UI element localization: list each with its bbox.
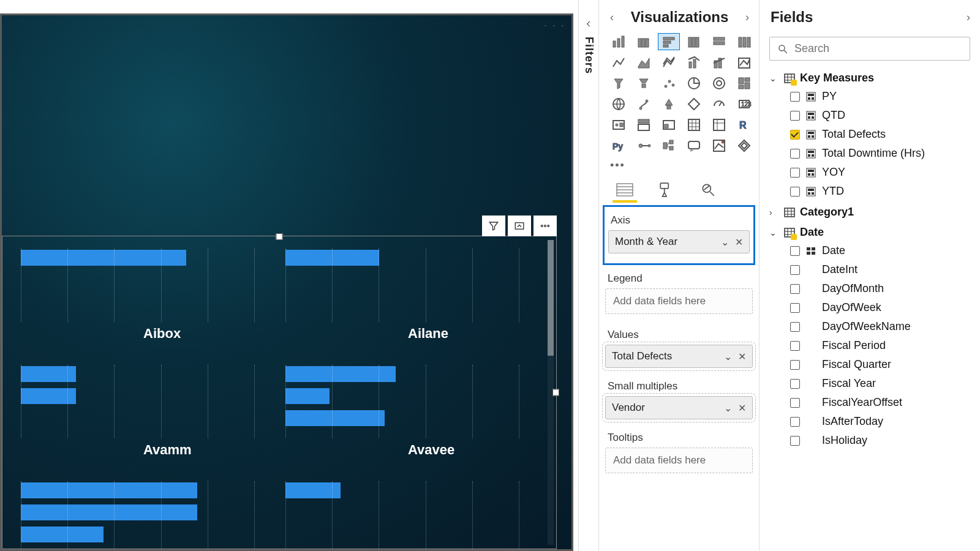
tooltips-drop-target[interactable]: Add data fields here	[605, 448, 753, 473]
expand-filters-icon[interactable]	[584, 20, 593, 31]
format-tab-icon[interactable]	[654, 179, 679, 200]
caret-icon[interactable]: ⌄	[769, 228, 779, 238]
filters-pane-collapsed[interactable]: Filters	[578, 0, 599, 551]
focus-mode-icon[interactable]	[508, 216, 531, 236]
field-checkbox[interactable]	[790, 398, 800, 408]
field-row[interactable]: Date	[767, 241, 973, 260]
viz-type-item[interactable]	[708, 75, 730, 92]
field-row[interactable]: IsAfterToday	[767, 412, 973, 431]
field-row[interactable]: DateInt	[767, 260, 973, 279]
viz-type-item[interactable]: Py	[608, 137, 630, 154]
viz-type-item[interactable]	[683, 75, 705, 92]
viz-type-item[interactable]	[708, 96, 730, 113]
field-checkbox[interactable]	[790, 341, 800, 351]
viz-type-item[interactable]	[633, 33, 655, 50]
viz-type-item[interactable]	[683, 96, 705, 113]
chevron-down-icon[interactable]: ⌄	[724, 402, 732, 414]
viz-type-item[interactable]	[658, 54, 680, 71]
viz-type-item[interactable]	[633, 116, 655, 133]
field-row[interactable]: Total Defects	[767, 125, 973, 144]
viz-type-item[interactable]	[683, 137, 705, 154]
viz-type-item[interactable]	[608, 96, 630, 113]
field-checkbox[interactable]	[790, 187, 800, 197]
chevron-down-icon[interactable]: ⌄	[724, 351, 732, 362]
field-row[interactable]: QTD	[767, 106, 973, 125]
field-checkbox[interactable]	[790, 379, 800, 389]
field-checkbox[interactable]	[790, 303, 800, 313]
remove-field-icon[interactable]: ✕	[735, 236, 743, 248]
viz-type-item[interactable]	[658, 96, 680, 113]
fields-tab-icon[interactable]	[612, 179, 637, 200]
viz-type-item[interactable]	[683, 116, 705, 133]
field-row[interactable]: Fiscal Year	[767, 374, 973, 393]
viz-type-item[interactable]	[633, 54, 655, 71]
filter-icon[interactable]	[482, 216, 505, 236]
field-checkbox[interactable]	[790, 168, 800, 178]
viz-type-item[interactable]	[633, 137, 655, 154]
field-checkbox[interactable]	[790, 417, 800, 427]
field-checkbox[interactable]	[790, 111, 800, 121]
field-checkbox[interactable]	[790, 284, 800, 294]
axis-field-pill[interactable]: Month & Year ⌄ ✕	[608, 230, 750, 253]
analytics-tab-icon[interactable]	[696, 179, 720, 200]
table-header[interactable]: ⌄Key Measures	[767, 69, 973, 87]
viz-type-item[interactable]	[658, 75, 680, 92]
field-row[interactable]: YOY	[767, 163, 973, 182]
gallery-more-icon[interactable]: •••	[599, 159, 759, 174]
scrollbar-thumb[interactable]	[548, 240, 554, 356]
field-row[interactable]: YTD	[767, 182, 973, 201]
viz-type-item[interactable]	[708, 54, 730, 71]
field-row[interactable]: DayOfWeekName	[767, 317, 973, 336]
viz-type-item[interactable]	[733, 75, 755, 92]
table-header[interactable]: ›Category1	[767, 203, 973, 221]
canvas-options-icon[interactable]: · · ·	[544, 19, 565, 32]
field-row[interactable]: FiscalYearOffset	[767, 393, 973, 412]
viz-type-item[interactable]	[658, 33, 680, 50]
viz-type-item[interactable]	[658, 137, 680, 154]
legend-drop-target[interactable]: Add data fields here	[605, 288, 753, 314]
field-checkbox[interactable]	[790, 130, 800, 140]
field-row[interactable]: IsHoliday	[767, 431, 973, 450]
caret-icon[interactable]: ›	[769, 208, 779, 217]
field-row[interactable]: Fiscal Period	[767, 336, 973, 355]
field-checkbox[interactable]	[790, 265, 800, 275]
viz-type-item[interactable]	[633, 75, 655, 92]
fields-search[interactable]	[769, 37, 970, 61]
small-multiples-visual[interactable]: AiboxAilaneAvammAvaveeBlognationBlogpad	[2, 236, 557, 549]
field-checkbox[interactable]	[790, 436, 800, 446]
small-multiples-field-pill[interactable]: Vendor ⌄ ✕	[605, 396, 753, 419]
viz-type-item[interactable]	[683, 54, 705, 71]
chevron-down-icon[interactable]: ⌄	[721, 236, 729, 248]
viz-type-item[interactable]	[608, 54, 630, 71]
field-checkbox[interactable]	[790, 322, 800, 332]
field-row[interactable]: Total Downtime (Hrs)	[767, 144, 973, 163]
viz-type-item[interactable]	[608, 116, 630, 133]
remove-field-icon[interactable]: ✕	[738, 402, 746, 414]
field-row[interactable]: DayOfMonth	[767, 279, 973, 298]
field-checkbox[interactable]	[790, 149, 800, 159]
viz-type-item[interactable]	[733, 54, 755, 71]
viz-type-item[interactable]	[708, 116, 730, 133]
viz-type-item[interactable]	[708, 137, 730, 154]
viz-type-item[interactable]	[733, 137, 755, 154]
expand-viz-icon[interactable]: ›	[745, 11, 749, 24]
viz-type-item[interactable]	[708, 33, 730, 50]
expand-fields-icon[interactable]: ›	[967, 11, 970, 24]
viz-type-item[interactable]: R	[733, 116, 755, 133]
visual-scrollbar[interactable]	[548, 240, 554, 545]
viz-type-item[interactable]	[683, 33, 705, 50]
table-header[interactable]: ⌄Date	[767, 223, 973, 241]
field-checkbox[interactable]	[790, 360, 800, 370]
viz-type-item[interactable]	[633, 96, 655, 113]
more-options-icon[interactable]	[533, 216, 557, 236]
values-field-pill[interactable]: Total Defects ⌄ ✕	[605, 345, 753, 368]
viz-type-item[interactable]: 123	[733, 96, 755, 113]
field-checkbox[interactable]	[790, 92, 800, 102]
viz-type-item[interactable]	[733, 33, 755, 50]
field-row[interactable]: DayOfWeek	[767, 298, 973, 317]
caret-icon[interactable]: ⌄	[769, 73, 779, 83]
field-checkbox[interactable]	[790, 246, 800, 256]
collapse-viz-icon[interactable]: ‹	[610, 11, 614, 24]
remove-field-icon[interactable]: ✕	[738, 351, 746, 362]
field-row[interactable]: Fiscal Quarter	[767, 355, 973, 374]
